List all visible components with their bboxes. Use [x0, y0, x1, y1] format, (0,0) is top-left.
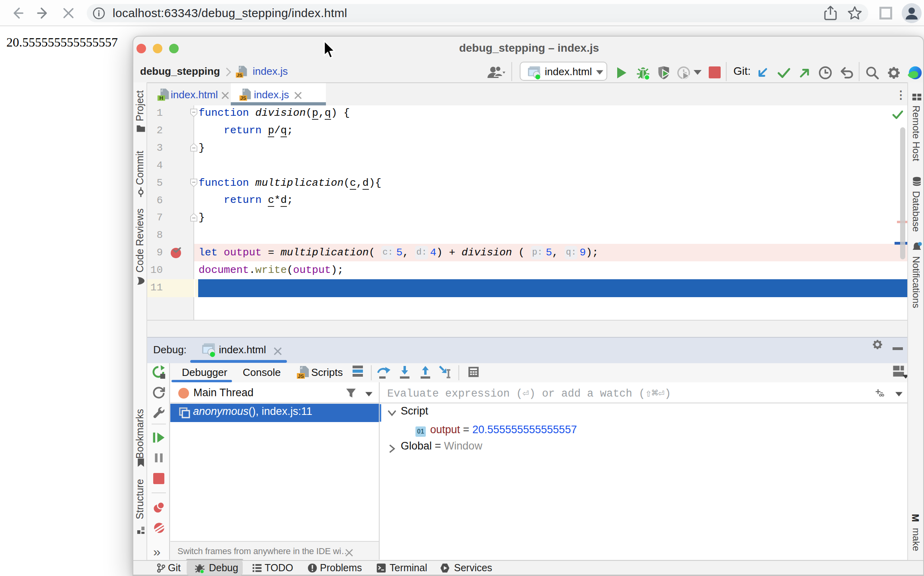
svg-text:JS: JS — [240, 95, 246, 101]
svg-text:H: H — [159, 95, 163, 101]
svg-text:JS: JS — [298, 373, 304, 379]
svg-text:JS: JS — [237, 72, 243, 78]
